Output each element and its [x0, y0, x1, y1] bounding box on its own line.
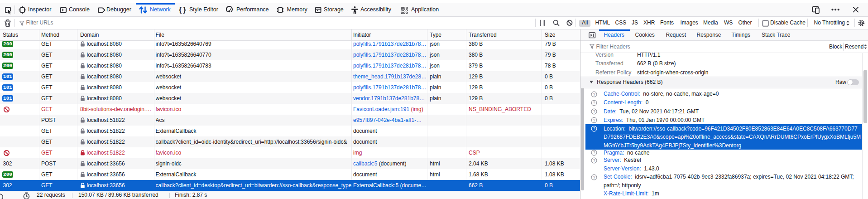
svg-text:{ }: { } — [179, 6, 186, 14]
svg-text:?: ? — [593, 126, 595, 131]
